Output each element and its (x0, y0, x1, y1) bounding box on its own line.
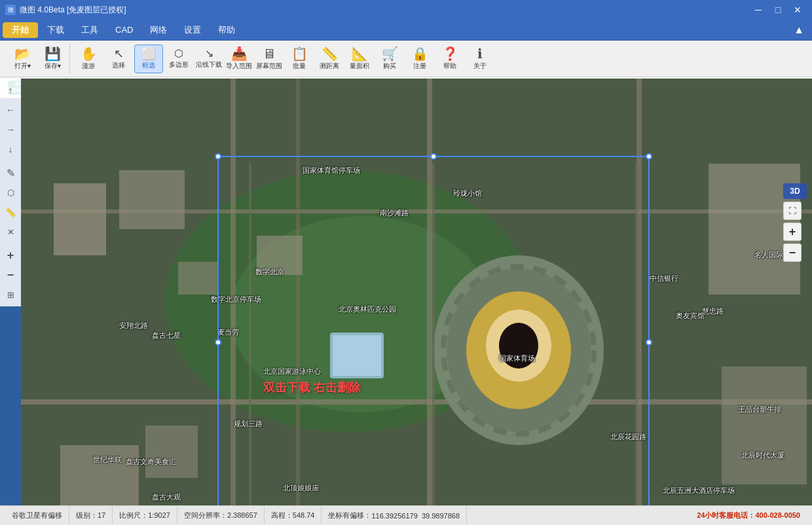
file-group: 📂 打开▾ 💾 保存▾ (5, 44, 70, 74)
svg-rect-21 (60, 445, 139, 505)
toolbar: 📂 打开▾ 💾 保存▾ ✋ 漫游 ↖ 选择 ⬜ 框选 ⬡ 多边形 ↘ 沿线下载 (0, 41, 812, 77)
polygon-tool-button[interactable]: ⬡ (1, 183, 20, 202)
label-pangu-food: 盘古文奇美食汇 (126, 457, 176, 467)
open-button[interactable]: 📂 打开▾ (8, 45, 37, 73)
batch-button[interactable]: 📋 批量 (285, 45, 314, 73)
open-icon: 📂 (14, 47, 31, 60)
label-lingling: 玲珑小馆 (453, 189, 482, 198)
svg-rect-4 (21, 399, 812, 405)
select-icon: ↖ (114, 48, 124, 60)
screen-icon: 🖥 (263, 47, 276, 60)
label-mcdonalds: 麦当劳 (217, 327, 239, 337)
menu-network[interactable]: 网络 (142, 22, 175, 38)
menu-collapse-icon[interactable]: ▲ (788, 22, 809, 39)
rect-icon: ⬜ (141, 48, 156, 60)
status-resolution: 空间分辨率：2.388657 (177, 506, 265, 525)
scroll-down-button[interactable]: ↓ (1, 140, 20, 158)
scroll-right-button[interactable]: → (1, 120, 20, 139)
label-aoyou: 奥友宾馆 (676, 311, 705, 321)
title-bar: 微 微图 4.0Beta [免麦图层已授权] ─ □ ✕ (0, 0, 812, 20)
svg-rect-18 (333, 335, 381, 376)
label-shiji: 世纪华联 (93, 455, 122, 465)
pan-button[interactable]: ✋ 漫游 (74, 45, 103, 73)
menu-cad[interactable]: CAD (107, 22, 141, 38)
save-label: 保存▾ (45, 62, 61, 71)
import-icon: 📥 (231, 47, 248, 60)
title-left: 微 微图 4.0Beta [免麦图层已授权] (5, 5, 126, 16)
status-elevation: 高程：548.74 (265, 506, 322, 525)
label-water-cube: 北京国家游泳中心 (263, 367, 321, 376)
label-beichen-building: 北辰时代大厦 (741, 450, 784, 460)
label-panguguan: 盘古大观 (152, 492, 181, 502)
rect-select-button[interactable]: ⬜ 框选 (134, 45, 163, 73)
menu-help[interactable]: 帮助 (210, 22, 243, 38)
svg-rect-19 (54, 183, 106, 255)
start-button[interactable]: 开始 (3, 22, 38, 38)
line-download-button[interactable]: ↘ 沿线下载 (194, 45, 223, 73)
label-beichen-road: 北辰花园路 (610, 432, 646, 442)
right-controls: 3D ⛶ + − (783, 183, 807, 262)
window-controls: ─ □ ✕ (749, 3, 807, 16)
zoom-in-map-button[interactable]: + (783, 223, 802, 241)
pan-icon: ✋ (81, 47, 97, 60)
import-range-button[interactable]: 📥 导入范围 (225, 45, 253, 73)
app-icon: 微 (5, 5, 16, 15)
scroll-up-button[interactable]: ↑ (1, 81, 20, 100)
label-nansha: 南沙滩路 (380, 208, 409, 218)
zoom-out-map-button[interactable]: − (783, 244, 802, 262)
status-source: 谷歌卫星有偏移 (5, 506, 69, 525)
label-olympic-park: 北京奥林匹克公园 (339, 304, 396, 314)
measure-area-button[interactable]: 📐 量面积 (345, 45, 374, 73)
menu-tools[interactable]: 工具 (73, 22, 106, 38)
about-button[interactable]: ℹ 关于 (466, 45, 494, 73)
help-button[interactable]: ❓ 帮助 (435, 45, 464, 73)
app-title: 微图 4.0Beta [免麦图层已授权] (20, 5, 126, 16)
help-icon: ❓ (442, 47, 458, 60)
menu-settings[interactable]: 设置 (176, 22, 209, 38)
zoom-in-button[interactable]: + (1, 246, 20, 264)
save-icon: 💾 (45, 47, 61, 60)
label-anxiang: 安翔北路 (119, 321, 148, 331)
label-guihua: 规划三路 (234, 419, 263, 429)
pencil-tool-button[interactable]: ✎ (1, 164, 20, 182)
open-label: 打开▾ (14, 62, 31, 71)
label-digital-parking: 数字北京停车场 (211, 295, 261, 304)
map-svg (21, 79, 812, 505)
eraser-tool-button[interactable]: ✕ (1, 223, 20, 241)
save-button[interactable]: 💾 保存▾ (38, 45, 67, 73)
lock-icon: 🔒 (412, 47, 428, 60)
scroll-left-button[interactable]: ← (1, 101, 20, 119)
info-icon: ℹ (477, 47, 483, 60)
select-button[interactable]: ↖ 选择 (104, 45, 133, 73)
svg-rect-24 (722, 367, 807, 484)
measure-dist-button[interactable]: 📏 测距离 (315, 45, 344, 73)
label-wuzhou-parking: 北辰五洲大酒店停车场 (663, 486, 735, 496)
svg-rect-9 (427, 79, 432, 505)
register-button[interactable]: 🔒 注册 (405, 45, 434, 73)
ruler-tool-button[interactable]: 📏 (1, 203, 20, 221)
fullscreen-button[interactable]: ⛶ (783, 202, 802, 220)
3d-button[interactable]: 3D (783, 183, 807, 199)
label-stadium-parking: 国家体育馆停车场 (303, 166, 360, 175)
full-extent-button[interactable]: ⊞ (1, 285, 20, 304)
minimize-button[interactable]: ─ (749, 3, 767, 16)
status-scale: 比例尺：1:9027 (113, 506, 177, 525)
svg-rect-20 (119, 170, 185, 229)
menu-bar: 开始 下载 工具 CAD 网络 设置 帮助 ▲ (0, 20, 812, 41)
maximize-button[interactable]: □ (769, 3, 787, 16)
label-huizhong: 慧忠路 (702, 306, 724, 316)
label-citic: 中信银行 (650, 274, 678, 283)
screen-range-button[interactable]: 🖥 屏幕范围 (255, 45, 284, 73)
area-icon: 📐 (352, 47, 368, 60)
label-pangu: 盘古七星 (152, 331, 181, 340)
tool-group: ✋ 漫游 ↖ 选择 ⬜ 框选 ⬡ 多边形 ↘ 沿线下载 📥 导入范围 🖥 屏幕范… (71, 44, 497, 74)
close-button[interactable]: ✕ (788, 3, 807, 16)
dist-icon: 📏 (322, 47, 338, 60)
map-container[interactable]: 双击下载 右击删除 国家体育场 北京奥林匹克公园 北京国家游泳中心 数字北京 数… (21, 79, 812, 505)
line-dl-icon: ↘ (205, 48, 213, 59)
zoom-out-button[interactable]: − (1, 266, 20, 284)
buy-button[interactable]: 🛒 购买 (375, 45, 404, 73)
menu-download[interactable]: 下载 (39, 22, 72, 38)
polygon-button[interactable]: ⬡ 多边形 (164, 45, 193, 73)
svg-rect-26 (178, 262, 217, 295)
